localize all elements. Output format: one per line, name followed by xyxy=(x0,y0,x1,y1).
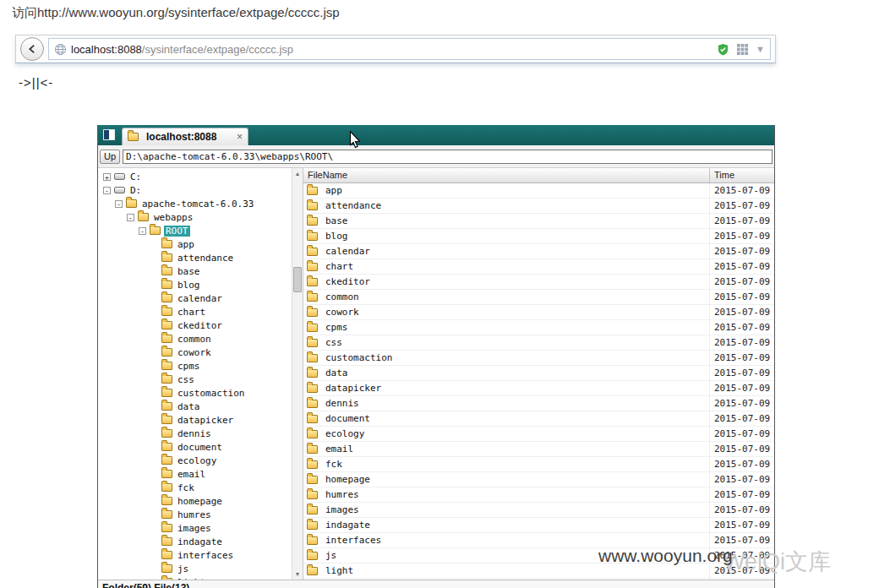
file-name-cell[interactable]: blog xyxy=(303,229,710,243)
tree-item[interactable]: chart xyxy=(98,305,292,318)
tree-item-label[interactable]: js xyxy=(176,564,190,574)
scroll-up-icon[interactable]: ▲ xyxy=(292,168,303,179)
tree-item-label[interactable]: base xyxy=(176,266,202,277)
tree-item[interactable]: - webapps xyxy=(98,210,292,224)
file-name[interactable]: js xyxy=(325,550,336,561)
file-name[interactable]: blog xyxy=(325,231,348,242)
tree-item[interactable]: js xyxy=(98,562,292,575)
file-name-cell[interactable]: base xyxy=(303,214,710,228)
tree-item-label[interactable]: light xyxy=(176,577,207,580)
file-name[interactable]: css xyxy=(325,337,342,348)
tree-item[interactable]: light xyxy=(98,575,292,580)
file-name-cell[interactable]: css xyxy=(303,335,710,350)
file-row[interactable]: app 2015-07-09 xyxy=(303,183,774,199)
tree-item[interactable]: interfaces xyxy=(98,548,292,562)
file-name-cell[interactable]: chart xyxy=(303,259,710,274)
tab-close-icon[interactable]: × xyxy=(237,133,243,141)
file-name[interactable]: light xyxy=(325,565,353,576)
file-name[interactable]: ecology xyxy=(325,428,364,439)
tree-item-label[interactable]: calendar xyxy=(176,293,224,304)
file-row[interactable]: cowork 2015-07-09 xyxy=(303,305,774,320)
tree-item-label[interactable]: interfaces xyxy=(176,550,235,561)
file-name[interactable]: customaction xyxy=(325,352,392,363)
tree-item-label[interactable]: chart xyxy=(176,307,207,318)
tree-item[interactable]: app xyxy=(98,237,292,251)
tree-item[interactable]: ecology xyxy=(98,454,292,467)
column-header-time[interactable]: Time xyxy=(710,168,774,182)
tree-item-label[interactable]: ecology xyxy=(176,455,218,466)
file-name[interactable]: email xyxy=(325,444,353,455)
file-name-cell[interactable]: cpms xyxy=(303,320,710,335)
tree-scrollbar[interactable]: ▲ ▼ xyxy=(292,168,303,580)
tree-item-label[interactable]: document xyxy=(176,442,224,453)
file-name[interactable]: homepage xyxy=(325,474,370,485)
file-row[interactable]: common 2015-07-09 xyxy=(303,290,774,305)
tree-item-label[interactable]: dennis xyxy=(176,428,213,439)
file-name[interactable]: calendar xyxy=(325,246,370,257)
file-row[interactable]: email 2015-07-09 xyxy=(303,442,774,457)
file-row[interactable]: ckeditor 2015-07-09 xyxy=(303,275,774,290)
file-row[interactable]: css 2015-07-09 xyxy=(303,335,774,351)
tree-item[interactable]: cpms xyxy=(98,359,292,373)
file-name-cell[interactable]: email xyxy=(303,442,710,456)
file-name[interactable]: ckeditor xyxy=(325,276,370,287)
file-name-cell[interactable]: homepage xyxy=(303,472,710,487)
back-button[interactable] xyxy=(20,37,44,61)
tree-item-label[interactable]: fck xyxy=(176,482,196,493)
file-name[interactable]: cpms xyxy=(325,322,348,333)
tree-item-label[interactable]: datapicker xyxy=(176,415,235,426)
file-name-cell[interactable]: datapicker xyxy=(303,381,710,395)
file-name-cell[interactable]: dennis xyxy=(303,396,710,411)
tree-item-label[interactable]: cpms xyxy=(176,361,202,372)
file-name-cell[interactable]: common xyxy=(303,290,710,304)
file-name-cell[interactable]: calendar xyxy=(303,244,710,259)
tree-item-label[interactable]: blog xyxy=(176,280,202,291)
file-name[interactable]: dennis xyxy=(325,398,359,409)
file-name-cell[interactable]: ecology xyxy=(303,427,710,441)
file-name-cell[interactable]: data xyxy=(303,366,710,380)
tree-item-label[interactable]: common xyxy=(176,334,213,345)
tree-item[interactable]: data xyxy=(98,400,292,413)
security-shield-icon[interactable] xyxy=(717,43,729,56)
file-row[interactable]: chart 2015-07-09 xyxy=(303,259,774,275)
tree-item-label[interactable]: email xyxy=(176,469,207,480)
tree-item-label[interactable]: apache-tomcat-6.0.33 xyxy=(140,199,255,210)
file-name[interactable]: cowork xyxy=(325,307,359,318)
tree-item[interactable]: css xyxy=(98,373,292,386)
tree-item[interactable]: fck xyxy=(98,481,292,494)
file-name[interactable]: common xyxy=(325,291,359,302)
expander-icon[interactable]: + xyxy=(103,173,111,181)
explorer-tab[interactable]: localhost:8088 × xyxy=(122,128,248,145)
file-name-cell[interactable]: app xyxy=(303,183,710,198)
tree-item-label[interactable]: humres xyxy=(176,509,213,520)
file-row[interactable]: fck 2015-07-09 xyxy=(303,457,774,472)
file-row[interactable]: blog 2015-07-09 xyxy=(303,229,774,244)
file-name[interactable]: chart xyxy=(325,261,353,272)
file-row[interactable]: customaction 2015-07-09 xyxy=(303,351,774,366)
tree-item[interactable]: - apache-tomcat-6.0.33 xyxy=(98,197,292,210)
tree-item[interactable]: - D: xyxy=(98,183,292,197)
tree-item[interactable]: cowork xyxy=(98,346,292,359)
tree-item[interactable]: email xyxy=(98,467,292,481)
file-name[interactable]: fck xyxy=(325,459,342,470)
file-row[interactable]: datapicker 2015-07-09 xyxy=(303,381,774,396)
file-row[interactable]: humres 2015-07-09 xyxy=(303,487,774,503)
file-row[interactable]: images 2015-07-09 xyxy=(303,503,774,518)
file-name-cell[interactable]: humres xyxy=(303,487,710,502)
tree-item-label[interactable]: css xyxy=(176,374,196,385)
file-row[interactable]: homepage 2015-07-09 xyxy=(303,472,774,487)
file-name[interactable]: app xyxy=(325,185,342,196)
file-row[interactable]: dennis 2015-07-09 xyxy=(303,396,774,411)
tree-item[interactable]: homepage xyxy=(98,494,292,508)
path-input[interactable] xyxy=(123,150,773,164)
file-row[interactable]: attendance 2015-07-09 xyxy=(303,199,774,214)
tree-item[interactable]: calendar xyxy=(98,291,292,305)
file-row[interactable]: ecology 2015-07-09 xyxy=(303,427,774,442)
tree-item-label[interactable]: customaction xyxy=(176,388,246,399)
file-name-cell[interactable]: customaction xyxy=(303,351,710,365)
expander-icon[interactable]: - xyxy=(139,227,146,235)
tree-item-label[interactable]: cowork xyxy=(176,347,213,358)
tree-item-label[interactable]: ROOT xyxy=(164,226,190,237)
tree-item-label[interactable]: D: xyxy=(128,185,143,196)
file-row[interactable]: main 2015-07-09 xyxy=(303,579,774,580)
